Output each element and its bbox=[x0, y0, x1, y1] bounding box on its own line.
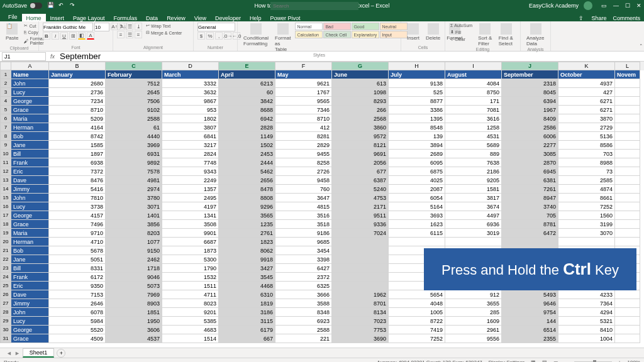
data-cell[interactable]: 9336 bbox=[332, 220, 389, 229]
data-cell[interactable]: 6179 bbox=[219, 326, 275, 334]
data-cell[interactable]: 6271 bbox=[558, 106, 615, 114]
data-cell[interactable]: 8045 bbox=[502, 88, 558, 97]
row-header[interactable]: 30 bbox=[0, 326, 11, 334]
zoom-out-button[interactable]: − bbox=[565, 359, 568, 362]
data-cell[interactable]: 2444 bbox=[219, 158, 275, 167]
data-cell[interactable] bbox=[615, 229, 640, 238]
find-select-button[interactable]: Find & Select bbox=[497, 23, 516, 47]
data-cell[interactable] bbox=[332, 282, 389, 290]
data-cell[interactable]: 8409 bbox=[502, 114, 558, 123]
data-cell[interactable]: 4157 bbox=[49, 211, 106, 220]
data-cell[interactable]: 1560 bbox=[558, 211, 615, 220]
name-cell[interactable]: John bbox=[11, 79, 49, 88]
data-cell[interactable]: 1511 bbox=[162, 282, 219, 290]
data-cell[interactable]: 2372 bbox=[275, 273, 332, 282]
data-cell[interactable]: 8023 bbox=[162, 299, 219, 308]
data-cell[interactable]: 4711 bbox=[162, 290, 219, 299]
data-cell[interactable]: 2277 bbox=[502, 141, 558, 150]
data-cell[interactable]: 3115 bbox=[219, 317, 275, 326]
data-cell[interactable]: 7252 bbox=[558, 202, 615, 211]
column-header-G[interactable]: G bbox=[332, 62, 389, 70]
data-cell[interactable]: 9343 bbox=[162, 167, 219, 176]
data-cell[interactable]: 4683 bbox=[162, 326, 219, 334]
row-header[interactable]: 14 bbox=[0, 185, 11, 194]
analyze-data-button[interactable]: Analyze Data bbox=[525, 23, 547, 47]
cell-style-bad[interactable]: Bad bbox=[323, 23, 351, 30]
column-header-C[interactable]: C bbox=[106, 62, 162, 70]
data-cell[interactable]: 9205 bbox=[445, 176, 502, 185]
data-cell[interactable]: 3807 bbox=[162, 123, 219, 132]
cell-style-good[interactable]: Good bbox=[352, 23, 379, 30]
data-cell[interactable]: 5385 bbox=[162, 317, 219, 326]
name-cell[interactable]: Jane bbox=[11, 255, 49, 264]
data-cell[interactable]: 5678 bbox=[49, 246, 106, 255]
data-cell[interactable]: 8476 bbox=[49, 176, 106, 185]
data-cell[interactable]: 5520 bbox=[49, 326, 106, 334]
border-button[interactable]: ⊞ bbox=[69, 32, 77, 40]
row-header[interactable]: 28 bbox=[0, 308, 11, 317]
data-cell[interactable]: 6095 bbox=[389, 158, 445, 167]
data-cell[interactable]: 1395 bbox=[389, 114, 445, 123]
font-color-button[interactable]: A bbox=[87, 32, 94, 40]
column-header-E[interactable]: E bbox=[219, 62, 275, 70]
data-cell[interactable]: 7506 bbox=[106, 97, 162, 106]
name-cell[interactable]: John bbox=[11, 308, 49, 317]
data-cell[interactable]: 1077 bbox=[106, 238, 162, 246]
data-cell[interactable]: 6172 bbox=[49, 273, 106, 282]
data-cell[interactable]: 2318 bbox=[502, 79, 558, 88]
data-cell[interactable]: 9685 bbox=[275, 238, 332, 246]
data-cell[interactable]: 1967 bbox=[502, 106, 558, 114]
row-header[interactable]: 10 bbox=[0, 150, 11, 158]
data-cell[interactable]: 2726 bbox=[275, 167, 332, 176]
data-cell[interactable]: 1532 bbox=[162, 273, 219, 282]
data-cell[interactable]: 1790 bbox=[162, 264, 219, 273]
data-cell[interactable] bbox=[615, 141, 640, 150]
data-cell[interactable]: 9150 bbox=[106, 246, 162, 255]
name-cell[interactable]: Lucy bbox=[11, 317, 49, 326]
name-cell[interactable]: Dave bbox=[11, 290, 49, 299]
data-cell[interactable]: 5164 bbox=[389, 202, 445, 211]
data-cell[interactable]: 9511 bbox=[332, 211, 389, 220]
row-header[interactable]: 3 bbox=[0, 88, 11, 97]
column-header-I[interactable]: I bbox=[445, 62, 502, 70]
data-cell[interactable]: 6054 bbox=[389, 194, 445, 202]
data-cell[interactable]: 9046 bbox=[106, 273, 162, 282]
data-cell[interactable]: 6931 bbox=[106, 150, 162, 158]
data-cell[interactable]: 5984 bbox=[49, 317, 106, 326]
data-cell[interactable] bbox=[615, 334, 640, 343]
data-cell[interactable]: 1950 bbox=[106, 317, 162, 326]
autosave-toggle[interactable] bbox=[30, 3, 42, 9]
data-cell[interactable]: 5209 bbox=[49, 114, 106, 123]
data-cell[interactable]: 3693 bbox=[389, 211, 445, 220]
data-cell[interactable]: 5689 bbox=[445, 141, 502, 150]
header-cell[interactable]: March bbox=[162, 70, 219, 79]
data-cell[interactable]: 9754 bbox=[502, 308, 558, 317]
row-header[interactable]: 8 bbox=[0, 132, 11, 141]
data-cell[interactable] bbox=[615, 97, 640, 106]
data-cell[interactable]: 3427 bbox=[219, 264, 275, 273]
name-cell[interactable]: John bbox=[11, 194, 49, 202]
data-cell[interactable]: 8134 bbox=[332, 308, 389, 317]
data-cell[interactable]: 613 bbox=[332, 79, 389, 88]
data-cell[interactable] bbox=[615, 132, 640, 141]
name-cell[interactable]: Frank bbox=[11, 158, 49, 167]
data-cell[interactable]: 9901 bbox=[162, 229, 219, 238]
data-cell[interactable]: 8742 bbox=[49, 132, 106, 141]
column-header-H[interactable]: H bbox=[389, 62, 445, 70]
data-cell[interactable]: 3817 bbox=[445, 194, 502, 202]
data-cell[interactable] bbox=[615, 202, 640, 211]
data-cell[interactable]: 6841 bbox=[162, 132, 219, 141]
data-cell[interactable]: 8877 bbox=[389, 97, 445, 106]
data-cell[interactable]: 1897 bbox=[49, 150, 106, 158]
name-cell[interactable]: Dave bbox=[11, 176, 49, 185]
data-cell[interactable]: 2171 bbox=[332, 202, 389, 211]
data-cell[interactable]: 8586 bbox=[558, 141, 615, 150]
view-break-icon[interactable]: ▭ bbox=[553, 359, 558, 362]
data-cell[interactable]: 2588 bbox=[106, 114, 162, 123]
data-cell[interactable]: 9556 bbox=[445, 334, 502, 343]
data-cell[interactable] bbox=[615, 150, 640, 158]
data-cell[interactable]: 73 bbox=[558, 167, 615, 176]
autosum-button[interactable]: Σ AutoSum bbox=[449, 23, 474, 28]
data-cell[interactable] bbox=[615, 220, 640, 229]
data-cell[interactable]: 8281 bbox=[275, 132, 332, 141]
